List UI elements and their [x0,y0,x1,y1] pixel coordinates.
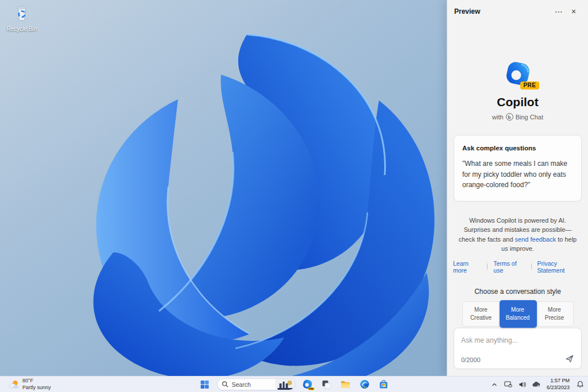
character-counter: 0/2000 [461,356,481,363]
bloom-wallpaper-art [32,26,451,376]
partly-sunny-icon [8,379,20,390]
onedrive-cloud-icon [532,381,540,387]
conversation-style-group: More Creative More Balanced More Precise [462,301,574,327]
weather-condition: Partly sunny [22,385,51,391]
chevron-up-icon [492,382,497,387]
pre-badge: PRE [520,81,539,90]
copilot-branding: PRE Copilot with b Bing Chat [447,61,588,121]
edge-button[interactable] [358,378,372,391]
subtitle-suffix: Bing Chat [516,114,543,121]
input-footer: 0/2000 [461,354,574,363]
copilot-taskbar-button[interactable]: PRE [301,378,315,391]
notification-bell-icon [577,381,584,388]
taskbar-center: PRE [198,377,390,392]
edge-icon [359,379,369,389]
preview-label: Preview [454,7,480,15]
weather-widget[interactable]: 80°F Partly sunny [5,377,55,392]
tray-time: 1:57 PM [547,378,570,384]
terms-of-use-link[interactable]: Terms of use [488,260,531,274]
suggestion-card[interactable]: Ask complex questions "What are some mea… [454,135,582,201]
style-more-balanced-button[interactable]: More Balanced [500,300,537,328]
style-more-creative-button[interactable]: More Creative [462,301,500,327]
suggestion-title: Ask complex questions [462,145,573,152]
send-button[interactable] [565,354,574,363]
system-tray: 1:57 PM 6/23/2023 [490,377,585,392]
search-icon [222,381,229,387]
start-button[interactable] [198,378,212,391]
copilot-logo: PRE [504,61,532,86]
chat-input-card: 0/2000 [454,328,582,369]
search-highlight-image [276,378,295,390]
weather-text: 80°F Partly sunny [22,378,51,391]
tray-date: 6/23/2023 [547,385,570,391]
task-view-button[interactable] [320,378,334,391]
conversation-style-label: Choose a conversation style [447,288,588,296]
hidden-icons-chevron[interactable] [490,378,500,391]
file-explorer-icon [341,380,351,389]
copilot-taskbar-icon: PRE [303,379,313,389]
close-icon[interactable]: × [566,6,581,17]
ask-input[interactable] [461,336,574,344]
file-explorer-button[interactable] [339,378,353,391]
taskbar-search-box[interactable] [217,378,296,390]
legal-links: Learn more Terms of use Privacy Statemen… [447,260,588,274]
subtitle-prefix: with [492,114,504,121]
microsoft-store-icon [378,379,388,389]
copilot-subtitle: with b Bing Chat [447,113,588,121]
recycle-bin-icon [13,5,31,23]
send-feedback-link[interactable]: send feedback [515,236,556,243]
task-view-icon [322,380,331,389]
copilot-sidebar: Preview ⋯ × PRE Copilot [447,0,588,376]
privacy-statement-link[interactable]: Privacy Statement [532,260,588,274]
recycle-bin-label: Recycle Bin [3,26,40,32]
sidebar-header: Preview ⋯ × [447,0,588,17]
onedrive-tray-button[interactable] [531,378,541,391]
learn-more-link[interactable]: Learn more [447,260,487,274]
more-options-icon[interactable]: ⋯ [551,6,566,17]
network-icon [504,381,512,388]
ai-disclaimer: Windows Copilot is powered by AI. Surpri… [456,216,579,254]
send-icon [565,354,574,363]
windows-start-icon [200,380,210,389]
notification-center-button[interactable] [575,378,585,391]
taskbar: 80°F Partly sunny [0,376,588,392]
clock-widget[interactable]: 1:57 PM 6/23/2023 [545,377,571,391]
suggestion-quote: "What are some meals I can make for my p… [462,158,573,191]
weather-temp: 80°F [22,378,51,384]
bing-chat-icon: b [506,113,513,121]
copilot-title: Copilot [447,95,588,109]
volume-tray-button[interactable] [517,378,527,391]
copilot-mini-pre-badge: PRE [308,387,314,390]
style-more-precise-button[interactable]: More Precise [536,301,574,327]
recycle-bin-shortcut[interactable]: Recycle Bin [3,5,40,32]
windows-desktop: Recycle Bin Preview ⋯ × [0,0,588,392]
microsoft-store-button[interactable] [377,378,390,391]
network-tray-button[interactable] [504,378,513,391]
search-input[interactable] [232,381,276,388]
volume-icon [519,381,526,388]
